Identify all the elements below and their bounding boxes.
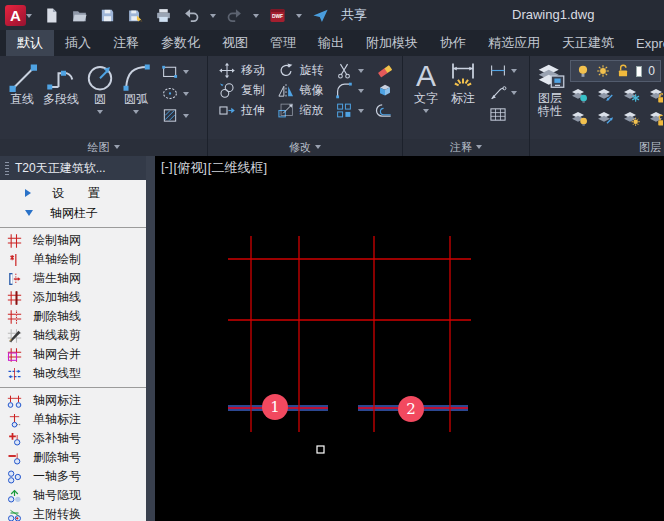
tool-erase[interactable]	[375, 62, 398, 79]
tool-move[interactable]: 移动	[217, 62, 268, 79]
tool-rotate[interactable]: 旋转	[276, 62, 327, 79]
sidebar-item-add-axis-line[interactable]: 添加轴线	[0, 288, 146, 307]
sidebar-item-draw-axis-grid[interactable]: 绘制轴网	[0, 231, 146, 250]
save-as-icon[interactable]	[126, 6, 145, 25]
sidebar-item-axis-linetype[interactable]: 轴改线型	[0, 364, 146, 383]
tool-mirror[interactable]: 镜像	[276, 82, 327, 99]
sidebar-group-axis-grid-column[interactable]: 轴网柱子	[0, 203, 146, 223]
qat-dropdown-caret-icon[interactable]	[296, 14, 302, 21]
arc-caret-icon[interactable]	[133, 110, 139, 117]
sidebar-item-grid-dimension[interactable]: 轴网标注	[0, 391, 146, 410]
save-icon[interactable]	[98, 6, 117, 25]
tool-hatch[interactable]	[160, 107, 189, 124]
sidebar-item-add-axis-number[interactable]: 添补轴号	[0, 429, 146, 448]
tab-tarch[interactable]: 天正建筑	[551, 30, 625, 56]
tab-manage[interactable]: 管理	[259, 30, 307, 56]
tab-insert[interactable]: 插入	[54, 30, 102, 56]
sidebar-item-main-sub-convert[interactable]: 主附转换	[0, 505, 146, 521]
drawing-svg[interactable]: 12	[155, 156, 664, 521]
current-layer-name[interactable]: 0	[648, 64, 655, 78]
redo-icon[interactable]	[225, 6, 244, 25]
tool-explode[interactable]	[375, 82, 398, 99]
print-icon[interactable]	[154, 6, 173, 25]
layer-freeze-icon[interactable]	[596, 86, 619, 106]
viewport-minimize-control[interactable]: [-]	[161, 159, 173, 177]
sidebar-item-grid-merge[interactable]: 轴网合并	[0, 345, 146, 364]
tab-collaborate[interactable]: 协作	[429, 30, 477, 56]
layer-unlock-icon[interactable]	[616, 64, 630, 78]
tool-offset[interactable]	[375, 102, 398, 119]
tab-annotate[interactable]: 注释	[102, 30, 150, 56]
tab-output[interactable]: 输出	[307, 30, 355, 56]
panel-modify-footer[interactable]: 修改	[208, 139, 402, 156]
ellipse-caret-icon[interactable]	[183, 92, 189, 99]
sidebar-grip-icon[interactable]	[5, 162, 9, 175]
layer-unisolate-icon[interactable]	[596, 109, 619, 129]
viewport-visual-style-control[interactable]: [二维线框]	[208, 159, 267, 177]
tool-stretch[interactable]: 拉伸	[217, 102, 268, 119]
tab-express-tools[interactable]: Express Tools	[625, 30, 664, 56]
hatch-caret-icon[interactable]	[183, 114, 189, 121]
layer-color-swatch[interactable]	[636, 66, 642, 77]
tool-scale[interactable]: 缩放	[276, 102, 327, 119]
sidebar-item-delete-axis-line[interactable]: 删除轴线	[0, 307, 146, 326]
panel-layers-footer[interactable]: 图层	[530, 139, 663, 156]
tool-circle[interactable]: 圆	[85, 61, 115, 124]
sidebar-item-delete-axis-number[interactable]: 删除轴号	[0, 448, 146, 467]
axis-bubble-1[interactable]: 1	[262, 394, 288, 420]
leader-caret-icon[interactable]	[511, 91, 517, 98]
trim-caret-icon[interactable]	[358, 69, 364, 76]
layer-unlock-small-icon[interactable]	[648, 109, 663, 129]
circle-caret-icon[interactable]	[97, 110, 103, 117]
text-caret-icon[interactable]	[423, 109, 429, 116]
dim-linear-caret-icon[interactable]	[511, 69, 517, 76]
new-file-icon[interactable]	[42, 6, 61, 25]
sidebar-group-settings[interactable]: 设 置	[0, 183, 146, 203]
tool-line[interactable]: 直线	[7, 61, 37, 124]
layer-snowflake-icon[interactable]	[622, 86, 645, 106]
sidebar-title-bar[interactable]: T20天正建筑软...	[0, 156, 146, 180]
drawing-canvas[interactable]: 12 [-] [俯视] [二维线框]	[155, 156, 664, 521]
layer-on-off-icon[interactable]	[570, 109, 593, 129]
panel-draw-footer[interactable]: 绘图	[0, 139, 207, 156]
fillet-caret-icon[interactable]	[358, 89, 364, 96]
tab-addins[interactable]: 附加模块	[355, 30, 429, 56]
tool-table[interactable]	[488, 106, 517, 123]
tab-parametric[interactable]: 参数化	[150, 30, 211, 56]
tool-ellipse[interactable]	[160, 85, 189, 102]
tool-fillet[interactable]	[334, 82, 367, 99]
tool-layer-properties[interactable]: 图层 特性	[535, 60, 565, 129]
tool-polyline[interactable]: 多段线	[43, 61, 79, 124]
open-folder-icon[interactable]	[70, 6, 89, 25]
redo-caret-icon[interactable]	[253, 14, 259, 21]
sidebar-item-wall-gen-grid[interactable]: 墙生轴网	[0, 269, 146, 288]
tool-leader[interactable]	[488, 84, 517, 101]
tool-copy[interactable]: 复制	[217, 82, 268, 99]
layer-thaw-sun-icon[interactable]	[596, 64, 610, 78]
sidebar-item-axis-clip[interactable]: 轴线裁剪	[0, 326, 146, 345]
sidebar-item-single-axis-draw[interactable]: 单轴绘制	[0, 250, 146, 269]
axis-bubble-2[interactable]: 2	[398, 396, 424, 422]
sidebar-divider[interactable]	[146, 156, 155, 521]
layer-lock-icon[interactable]	[648, 86, 663, 106]
sidebar-item-axis-number-visibility[interactable]: 轴号隐现	[0, 486, 146, 505]
rectangle-caret-icon[interactable]	[183, 70, 189, 77]
sidebar-item-single-axis-dimension[interactable]: 单轴标注	[0, 410, 146, 429]
app-menu-caret-icon[interactable]	[26, 14, 32, 21]
array-caret-icon[interactable]	[358, 109, 364, 116]
share-label[interactable]: 共享	[341, 6, 367, 24]
dwf-export-icon[interactable]: DWF	[268, 6, 287, 25]
sidebar-item-one-axis-multi-number[interactable]: 一轴多号	[0, 467, 146, 486]
tool-dim-linear[interactable]	[488, 62, 517, 79]
tool-array[interactable]	[334, 102, 367, 119]
tab-view[interactable]: 视图	[211, 30, 259, 56]
app-logo-icon[interactable]: A	[5, 5, 26, 26]
undo-icon[interactable]	[182, 6, 201, 25]
tool-dimension[interactable]: 标注	[448, 60, 478, 123]
tab-featured-apps[interactable]: 精选应用	[477, 30, 551, 56]
undo-caret-icon[interactable]	[210, 14, 216, 21]
layer-isolate-icon[interactable]	[570, 86, 593, 106]
tool-arc[interactable]: 圆弧	[121, 61, 151, 124]
share-plane-icon[interactable]	[311, 6, 330, 25]
panel-annotate-footer[interactable]: 注释	[403, 139, 529, 156]
